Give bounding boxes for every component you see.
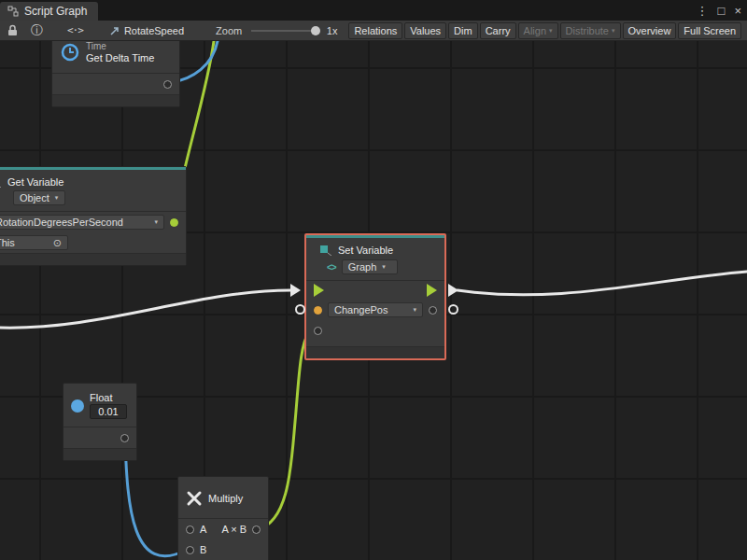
port-b-label: B bbox=[200, 544, 206, 555]
maximize-icon[interactable]: □ bbox=[718, 4, 726, 18]
port-value-output[interactable] bbox=[170, 218, 178, 227]
zoom-value: 1x bbox=[327, 25, 338, 36]
node-footer bbox=[306, 346, 444, 358]
port-a-input[interactable] bbox=[186, 525, 194, 534]
object-picker-icon[interactable]: ⊙ bbox=[53, 237, 62, 249]
variable-name-dropdown[interactable]: ChangePos ▾ bbox=[328, 302, 423, 317]
node-header: Time Get Delta Time bbox=[52, 41, 179, 73]
node-set-variable[interactable]: Set Variable <> Graph ▾ ChangePos bbox=[304, 233, 446, 360]
node-header: Float 0.01 bbox=[63, 384, 136, 427]
node-header: Get Variable Object ▾ bbox=[0, 170, 186, 211]
script-graph-icon bbox=[7, 6, 19, 17]
clock-icon bbox=[60, 42, 80, 63]
node-title: Get Delta Time bbox=[86, 52, 154, 63]
node-header: Multiply bbox=[178, 477, 268, 518]
multiply-icon bbox=[186, 490, 203, 507]
port-seconds-output[interactable] bbox=[163, 80, 172, 89]
float-type-icon bbox=[71, 399, 84, 413]
tab-title: Script Graph bbox=[24, 5, 87, 18]
zoom-label: Zoom bbox=[216, 25, 242, 36]
port-variable-name-input[interactable] bbox=[314, 306, 322, 315]
node-float[interactable]: Float 0.01 bbox=[63, 383, 137, 461]
unity-window: Script Graph ⋮ □ × ⓘ <·> RotateSpeed Zoo… bbox=[0, 0, 747, 560]
flow-output-arrow[interactable] bbox=[427, 284, 437, 297]
close-icon[interactable]: × bbox=[734, 4, 741, 18]
graph-canvas[interactable]: Time Get Delta Time Get Variable bbox=[0, 41, 747, 560]
node-category: Time bbox=[86, 41, 154, 51]
fullscreen-button[interactable]: Full Screen bbox=[678, 22, 741, 39]
relations-button[interactable]: Relations bbox=[348, 22, 402, 39]
variable-icon bbox=[0, 176, 2, 188]
node-title: Float bbox=[90, 392, 127, 403]
connection-ring-right[interactable] bbox=[448, 304, 458, 315]
port-row bbox=[63, 427, 136, 448]
window-controls: ⋮ □ × bbox=[697, 0, 741, 21]
port-value-output[interactable] bbox=[429, 306, 437, 315]
graph-toolbar: ⓘ <·> RotateSpeed Zoom 1x Relations Valu… bbox=[0, 21, 747, 41]
chevron-down-icon: ▾ bbox=[549, 27, 553, 35]
values-button[interactable]: Values bbox=[404, 22, 446, 39]
lock-icon[interactable] bbox=[7, 24, 18, 36]
tab-bar: Script Graph ⋮ □ × bbox=[0, 0, 747, 21]
flow-port-row bbox=[306, 281, 444, 300]
graph-scope-icon: <> bbox=[327, 262, 336, 273]
node-get-variable[interactable]: Get Variable Object ▾ RotationDegreesPer… bbox=[0, 166, 187, 266]
flow-input-arrow[interactable] bbox=[314, 284, 324, 297]
port-result-label: A × B bbox=[221, 524, 247, 535]
code-view-icon[interactable]: <·> bbox=[67, 24, 83, 36]
chevron-down-icon: ▾ bbox=[154, 218, 158, 226]
variable-name-dropdown[interactable]: RotationDegreesPerSecond ▾ bbox=[0, 215, 164, 230]
chevron-down-icon: ▾ bbox=[55, 194, 59, 202]
port-b-input[interactable] bbox=[186, 546, 194, 554]
port-a-label: A bbox=[200, 524, 206, 535]
port-row: B bbox=[178, 539, 268, 560]
dim-button[interactable]: Dim bbox=[448, 22, 478, 39]
chevron-down-icon: ▾ bbox=[612, 27, 615, 35]
node-footer bbox=[63, 448, 136, 460]
distribute-button: Distribute▾ bbox=[560, 22, 621, 39]
node-footer bbox=[0, 253, 186, 265]
node-multiply[interactable]: Multiply A A × B B bbox=[177, 476, 269, 560]
wire-control-out[interactable] bbox=[458, 272, 747, 295]
connection-ring-left[interactable] bbox=[295, 304, 305, 315]
variable-scope-dropdown[interactable]: Graph ▾ bbox=[342, 259, 398, 274]
port-row: A A × B bbox=[178, 519, 268, 539]
node-title: Set Variable bbox=[338, 245, 393, 256]
port-row bbox=[52, 74, 179, 94]
toolbar-buttons: Relations Values Dim Carry Align▾ Distri… bbox=[348, 22, 743, 39]
node-header: Set Variable <> Graph ▾ bbox=[306, 238, 444, 280]
chevron-down-icon: ▾ bbox=[382, 263, 386, 271]
overview-button[interactable]: Overview bbox=[623, 22, 677, 39]
chevron-down-icon: ▾ bbox=[413, 306, 416, 314]
zoom-slider[interactable] bbox=[251, 30, 316, 32]
graph-asset-icon bbox=[109, 25, 120, 36]
menu-icon[interactable]: ⋮ bbox=[697, 4, 709, 18]
variable-icon bbox=[319, 245, 332, 256]
node-title: Get Variable bbox=[7, 176, 63, 188]
variable-target-field[interactable]: This ⊙ bbox=[0, 235, 68, 250]
carry-button[interactable]: Carry bbox=[480, 22, 516, 39]
port-row: ChangePos ▾ bbox=[306, 300, 444, 320]
port-result-output[interactable] bbox=[252, 525, 261, 534]
port-float-output[interactable] bbox=[120, 434, 129, 442]
info-icon[interactable]: ⓘ bbox=[31, 22, 43, 39]
wire-control-in[interactable] bbox=[0, 290, 290, 328]
float-value-field[interactable]: 0.01 bbox=[90, 404, 127, 419]
node-title: Multiply bbox=[208, 493, 243, 504]
zoom-slider-handle[interactable] bbox=[311, 26, 320, 35]
align-button: Align▾ bbox=[518, 22, 558, 39]
port-row bbox=[306, 320, 444, 341]
port-value-input[interactable] bbox=[314, 327, 322, 335]
node-footer bbox=[52, 94, 179, 106]
port-row: This ⊙ bbox=[0, 232, 186, 253]
node-get-delta-time[interactable]: Time Get Delta Time bbox=[51, 41, 180, 107]
variable-scope-dropdown[interactable]: Object ▾ bbox=[13, 190, 65, 205]
wire-control-in-arrow bbox=[290, 284, 301, 297]
graph-name-label: RotateSpeed bbox=[124, 25, 184, 36]
tab-script-graph[interactable]: Script Graph bbox=[0, 2, 98, 21]
port-row: RotationDegreesPerSecond ▾ bbox=[0, 212, 186, 232]
